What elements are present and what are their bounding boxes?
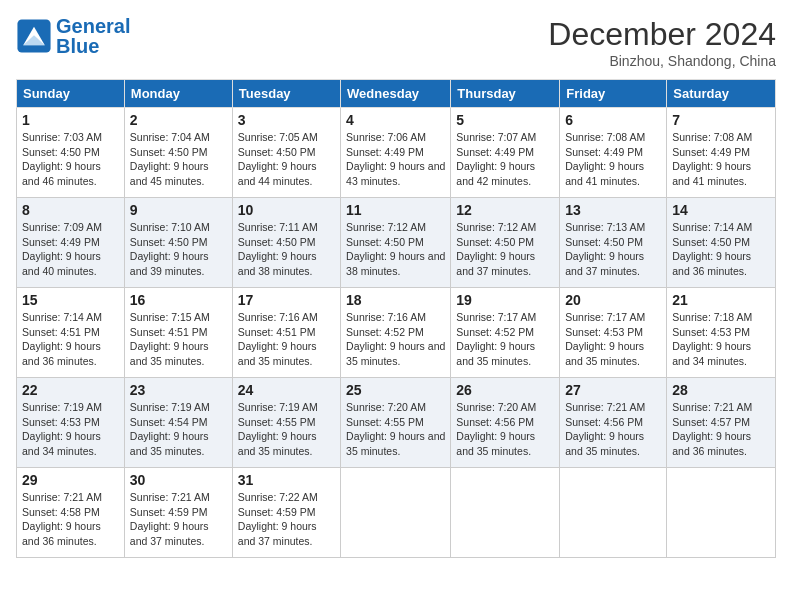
day-cell-27: 27 Sunrise: 7:21 AMSunset: 4:56 PMDaylig… bbox=[560, 378, 667, 468]
day-number-28: 28 bbox=[672, 382, 770, 398]
day-cell-28: 28 Sunrise: 7:21 AMSunset: 4:57 PMDaylig… bbox=[667, 378, 776, 468]
day-cell-18: 18 Sunrise: 7:16 AMSunset: 4:52 PMDaylig… bbox=[341, 288, 451, 378]
day-cell-1: 1 Sunrise: 7:03 AMSunset: 4:50 PMDayligh… bbox=[17, 108, 125, 198]
day-info-25: Sunrise: 7:20 AMSunset: 4:55 PMDaylight:… bbox=[346, 400, 445, 459]
day-info-4: Sunrise: 7:06 AMSunset: 4:49 PMDaylight:… bbox=[346, 130, 445, 189]
location-subtitle: Binzhou, Shandong, China bbox=[548, 53, 776, 69]
day-info-27: Sunrise: 7:21 AMSunset: 4:56 PMDaylight:… bbox=[565, 400, 661, 459]
day-info-24: Sunrise: 7:19 AMSunset: 4:55 PMDaylight:… bbox=[238, 400, 335, 459]
day-cell-2: 2 Sunrise: 7:04 AMSunset: 4:50 PMDayligh… bbox=[124, 108, 232, 198]
day-cell-14: 14 Sunrise: 7:14 AMSunset: 4:50 PMDaylig… bbox=[667, 198, 776, 288]
day-number-5: 5 bbox=[456, 112, 554, 128]
header-monday: Monday bbox=[124, 80, 232, 108]
day-info-29: Sunrise: 7:21 AMSunset: 4:58 PMDaylight:… bbox=[22, 490, 119, 549]
day-cell-5: 5 Sunrise: 7:07 AMSunset: 4:49 PMDayligh… bbox=[451, 108, 560, 198]
day-number-10: 10 bbox=[238, 202, 335, 218]
day-number-7: 7 bbox=[672, 112, 770, 128]
day-number-3: 3 bbox=[238, 112, 335, 128]
day-number-24: 24 bbox=[238, 382, 335, 398]
day-number-15: 15 bbox=[22, 292, 119, 308]
day-cell-8: 8 Sunrise: 7:09 AMSunset: 4:49 PMDayligh… bbox=[17, 198, 125, 288]
day-cell-3: 3 Sunrise: 7:05 AMSunset: 4:50 PMDayligh… bbox=[232, 108, 340, 198]
week-row-5: 29 Sunrise: 7:21 AMSunset: 4:58 PMDaylig… bbox=[17, 468, 776, 558]
logo-icon bbox=[16, 18, 52, 54]
day-cell-31: 31 Sunrise: 7:22 AMSunset: 4:59 PMDaylig… bbox=[232, 468, 340, 558]
day-info-26: Sunrise: 7:20 AMSunset: 4:56 PMDaylight:… bbox=[456, 400, 554, 459]
days-header-row: Sunday Monday Tuesday Wednesday Thursday… bbox=[17, 80, 776, 108]
day-cell-25: 25 Sunrise: 7:20 AMSunset: 4:55 PMDaylig… bbox=[341, 378, 451, 468]
day-info-3: Sunrise: 7:05 AMSunset: 4:50 PMDaylight:… bbox=[238, 130, 335, 189]
month-title: December 2024 bbox=[548, 16, 776, 53]
day-cell-9: 9 Sunrise: 7:10 AMSunset: 4:50 PMDayligh… bbox=[124, 198, 232, 288]
day-info-12: Sunrise: 7:12 AMSunset: 4:50 PMDaylight:… bbox=[456, 220, 554, 279]
day-number-8: 8 bbox=[22, 202, 119, 218]
day-number-19: 19 bbox=[456, 292, 554, 308]
day-number-25: 25 bbox=[346, 382, 445, 398]
day-info-9: Sunrise: 7:10 AMSunset: 4:50 PMDaylight:… bbox=[130, 220, 227, 279]
day-info-15: Sunrise: 7:14 AMSunset: 4:51 PMDaylight:… bbox=[22, 310, 119, 369]
day-cell-20: 20 Sunrise: 7:17 AMSunset: 4:53 PMDaylig… bbox=[560, 288, 667, 378]
day-info-19: Sunrise: 7:17 AMSunset: 4:52 PMDaylight:… bbox=[456, 310, 554, 369]
day-info-30: Sunrise: 7:21 AMSunset: 4:59 PMDaylight:… bbox=[130, 490, 227, 549]
day-cell-30: 30 Sunrise: 7:21 AMSunset: 4:59 PMDaylig… bbox=[124, 468, 232, 558]
day-cell-23: 23 Sunrise: 7:19 AMSunset: 4:54 PMDaylig… bbox=[124, 378, 232, 468]
day-number-1: 1 bbox=[22, 112, 119, 128]
day-cell-16: 16 Sunrise: 7:15 AMSunset: 4:51 PMDaylig… bbox=[124, 288, 232, 378]
day-number-26: 26 bbox=[456, 382, 554, 398]
day-info-13: Sunrise: 7:13 AMSunset: 4:50 PMDaylight:… bbox=[565, 220, 661, 279]
day-number-11: 11 bbox=[346, 202, 445, 218]
day-number-14: 14 bbox=[672, 202, 770, 218]
day-info-17: Sunrise: 7:16 AMSunset: 4:51 PMDaylight:… bbox=[238, 310, 335, 369]
day-number-17: 17 bbox=[238, 292, 335, 308]
day-cell-6: 6 Sunrise: 7:08 AMSunset: 4:49 PMDayligh… bbox=[560, 108, 667, 198]
day-cell-26: 26 Sunrise: 7:20 AMSunset: 4:56 PMDaylig… bbox=[451, 378, 560, 468]
header-thursday: Thursday bbox=[451, 80, 560, 108]
empty-cell-1 bbox=[341, 468, 451, 558]
day-cell-11: 11 Sunrise: 7:12 AMSunset: 4:50 PMDaylig… bbox=[341, 198, 451, 288]
day-number-20: 20 bbox=[565, 292, 661, 308]
logo-blue: Blue bbox=[56, 35, 99, 57]
header-tuesday: Tuesday bbox=[232, 80, 340, 108]
title-block: December 2024 Binzhou, Shandong, China bbox=[548, 16, 776, 69]
day-info-7: Sunrise: 7:08 AMSunset: 4:49 PMDaylight:… bbox=[672, 130, 770, 189]
page-header: General Blue December 2024 Binzhou, Shan… bbox=[16, 16, 776, 69]
day-info-31: Sunrise: 7:22 AMSunset: 4:59 PMDaylight:… bbox=[238, 490, 335, 549]
day-info-14: Sunrise: 7:14 AMSunset: 4:50 PMDaylight:… bbox=[672, 220, 770, 279]
day-number-13: 13 bbox=[565, 202, 661, 218]
day-number-30: 30 bbox=[130, 472, 227, 488]
day-info-10: Sunrise: 7:11 AMSunset: 4:50 PMDaylight:… bbox=[238, 220, 335, 279]
day-cell-12: 12 Sunrise: 7:12 AMSunset: 4:50 PMDaylig… bbox=[451, 198, 560, 288]
day-info-11: Sunrise: 7:12 AMSunset: 4:50 PMDaylight:… bbox=[346, 220, 445, 279]
empty-cell-2 bbox=[451, 468, 560, 558]
day-number-16: 16 bbox=[130, 292, 227, 308]
day-info-1: Sunrise: 7:03 AMSunset: 4:50 PMDaylight:… bbox=[22, 130, 119, 189]
day-info-28: Sunrise: 7:21 AMSunset: 4:57 PMDaylight:… bbox=[672, 400, 770, 459]
day-info-23: Sunrise: 7:19 AMSunset: 4:54 PMDaylight:… bbox=[130, 400, 227, 459]
day-info-8: Sunrise: 7:09 AMSunset: 4:49 PMDaylight:… bbox=[22, 220, 119, 279]
week-row-1: 1 Sunrise: 7:03 AMSunset: 4:50 PMDayligh… bbox=[17, 108, 776, 198]
day-cell-13: 13 Sunrise: 7:13 AMSunset: 4:50 PMDaylig… bbox=[560, 198, 667, 288]
day-number-21: 21 bbox=[672, 292, 770, 308]
day-cell-17: 17 Sunrise: 7:16 AMSunset: 4:51 PMDaylig… bbox=[232, 288, 340, 378]
day-info-5: Sunrise: 7:07 AMSunset: 4:49 PMDaylight:… bbox=[456, 130, 554, 189]
day-cell-24: 24 Sunrise: 7:19 AMSunset: 4:55 PMDaylig… bbox=[232, 378, 340, 468]
day-number-29: 29 bbox=[22, 472, 119, 488]
day-info-21: Sunrise: 7:18 AMSunset: 4:53 PMDaylight:… bbox=[672, 310, 770, 369]
logo-general: General bbox=[56, 15, 130, 37]
day-cell-29: 29 Sunrise: 7:21 AMSunset: 4:58 PMDaylig… bbox=[17, 468, 125, 558]
empty-cell-3 bbox=[560, 468, 667, 558]
logo: General Blue bbox=[16, 16, 130, 56]
day-cell-7: 7 Sunrise: 7:08 AMSunset: 4:49 PMDayligh… bbox=[667, 108, 776, 198]
day-cell-15: 15 Sunrise: 7:14 AMSunset: 4:51 PMDaylig… bbox=[17, 288, 125, 378]
header-saturday: Saturday bbox=[667, 80, 776, 108]
day-info-18: Sunrise: 7:16 AMSunset: 4:52 PMDaylight:… bbox=[346, 310, 445, 369]
day-number-9: 9 bbox=[130, 202, 227, 218]
day-number-23: 23 bbox=[130, 382, 227, 398]
day-info-16: Sunrise: 7:15 AMSunset: 4:51 PMDaylight:… bbox=[130, 310, 227, 369]
day-info-20: Sunrise: 7:17 AMSunset: 4:53 PMDaylight:… bbox=[565, 310, 661, 369]
day-cell-19: 19 Sunrise: 7:17 AMSunset: 4:52 PMDaylig… bbox=[451, 288, 560, 378]
day-info-2: Sunrise: 7:04 AMSunset: 4:50 PMDaylight:… bbox=[130, 130, 227, 189]
day-cell-22: 22 Sunrise: 7:19 AMSunset: 4:53 PMDaylig… bbox=[17, 378, 125, 468]
day-number-4: 4 bbox=[346, 112, 445, 128]
week-row-3: 15 Sunrise: 7:14 AMSunset: 4:51 PMDaylig… bbox=[17, 288, 776, 378]
